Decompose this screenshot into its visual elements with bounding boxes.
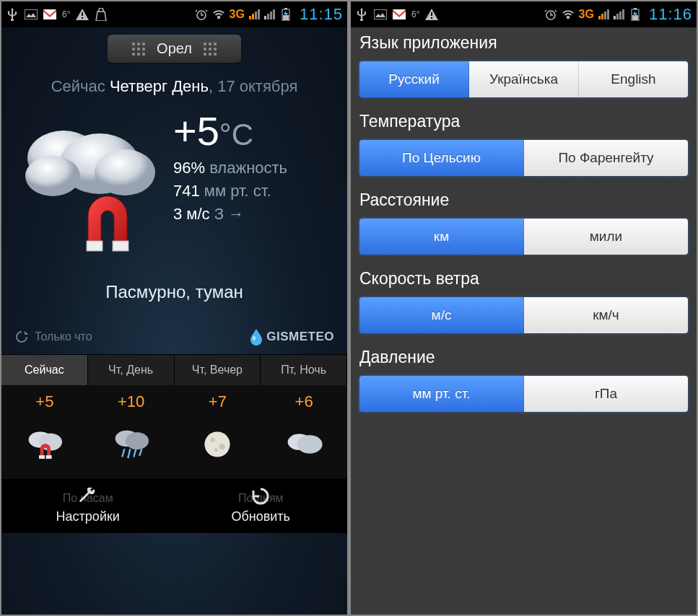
magnet-icon (75, 187, 140, 255)
svg-rect-34 (431, 17, 432, 19)
segmented-temperature: По Цельсию По Фаренгейту (359, 140, 688, 176)
status-clock: 11:15 (300, 5, 343, 24)
grip-icon (204, 43, 217, 56)
wind-option-ms[interactable]: м/с (359, 297, 524, 333)
wifi-icon (562, 8, 575, 21)
svg-rect-31 (374, 9, 387, 19)
wind-line: 3 м/с З → (173, 205, 331, 224)
segmented-wind: м/с км/ч (359, 297, 688, 333)
alarm-icon (195, 8, 208, 21)
svg-point-27 (219, 444, 225, 449)
signal-icon (249, 9, 260, 19)
tab-thu-evening[interactable]: Чт, Вечер (175, 355, 261, 385)
svg-rect-1 (43, 9, 56, 19)
svg-point-11 (25, 156, 80, 196)
status-temp: 6° (411, 9, 419, 19)
battery-icon (279, 8, 292, 21)
tab-thu-day[interactable]: Чт, День (88, 355, 175, 385)
svg-point-28 (214, 449, 218, 452)
refresh-icon (14, 330, 29, 344)
signal-icon (598, 9, 609, 19)
svg-point-25 (205, 431, 230, 457)
svg-rect-17 (39, 455, 45, 459)
forecast-icon-moon (178, 415, 258, 473)
setting-title-pressure: Давление (359, 348, 688, 367)
weather-graphic (17, 107, 169, 259)
forecast-cell[interactable]: +10 (88, 385, 175, 479)
pressure-line: 741 мм рт. ст. (173, 182, 331, 201)
forecast-cell[interactable]: +7 (175, 385, 261, 479)
svg-line-22 (128, 449, 130, 458)
svg-rect-18 (45, 455, 51, 459)
warning-icon (76, 8, 89, 21)
press-option-mmhg[interactable]: мм рт. ст. (359, 376, 524, 412)
dist-option-km[interactable]: км (359, 219, 524, 255)
forecast-tabs: Сейчас Чт, День Чт, Вечер Пт, Ночь (1, 354, 347, 385)
gmail-icon (393, 8, 406, 21)
status-bar: 6° 3G 11:15 (1, 1, 347, 27)
last-updated[interactable]: Только что (14, 330, 92, 344)
setting-title-language: Язык приложения (359, 33, 688, 53)
svg-rect-32 (393, 9, 406, 19)
brand-logo: GISMETEO (249, 328, 334, 346)
svg-point-14 (253, 336, 256, 340)
svg-point-30 (297, 435, 323, 454)
forecast-icon-cloudy-magnet (4, 415, 85, 473)
press-option-hpa[interactable]: гПа (524, 376, 688, 412)
forecast-cell[interactable]: +6 (261, 385, 347, 479)
city-selector[interactable]: Орел (108, 35, 241, 63)
setting-title-temperature: Температура (359, 112, 688, 131)
refresh-icon (178, 486, 345, 506)
temp-option-celsius[interactable]: По Цельсию (359, 140, 524, 176)
setting-title-distance: Расстояние (359, 190, 688, 210)
alarm-icon (544, 8, 557, 21)
svg-line-21 (122, 449, 124, 457)
wifi-icon (212, 8, 225, 21)
grip-icon (132, 43, 145, 56)
svg-rect-12 (87, 241, 102, 251)
segmented-distance: км мили (359, 219, 688, 255)
tab-now[interactable]: Сейчас (1, 355, 88, 385)
segmented-language: Русский Українська English (359, 61, 688, 97)
svg-line-23 (134, 449, 136, 457)
3g-icon: 3G (579, 8, 594, 21)
signal-icon-2 (614, 9, 624, 19)
svg-line-24 (139, 449, 141, 456)
lang-option-ua[interactable]: Українська (469, 61, 579, 97)
svg-point-26 (211, 437, 215, 441)
battery-icon (629, 8, 642, 21)
drop-icon (249, 328, 263, 346)
humidity-line: 96% влажность (173, 159, 331, 177)
lang-option-ru[interactable]: Русский (359, 61, 469, 97)
svg-rect-0 (25, 9, 38, 19)
svg-rect-33 (431, 12, 432, 16)
status-bar: 6° 3G 11:16 (351, 1, 697, 27)
forecast-icon-cloudy (263, 415, 344, 473)
usb-icon (355, 8, 368, 21)
status-temp: 6° (62, 9, 70, 19)
lang-option-en[interactable]: English (579, 61, 688, 97)
forecast-cell[interactable]: +5 (1, 385, 88, 479)
city-name: Орел (157, 40, 192, 57)
warning-icon (425, 8, 438, 21)
segmented-pressure: мм рт. ст. гПа (359, 376, 688, 412)
image-icon (374, 8, 387, 21)
svg-rect-6 (284, 8, 287, 9)
temp-option-fahrenheit[interactable]: По Фаренгейту (524, 140, 688, 176)
usb-icon (6, 8, 19, 21)
svg-point-20 (126, 432, 149, 449)
refresh-button[interactable]: По дням Обновить (175, 479, 348, 533)
bag-icon (95, 8, 108, 21)
tab-fri-night[interactable]: Пт, Ночь (261, 355, 347, 385)
svg-rect-2 (82, 12, 83, 16)
conditions-text: Пасмурно, туман (1, 282, 347, 302)
date-line: Сейчас Четверг День, 17 октября (1, 74, 347, 105)
settings-button[interactable]: По часам Настройки (1, 479, 175, 533)
svg-rect-37 (634, 8, 637, 9)
3g-icon: 3G (230, 8, 245, 21)
svg-rect-3 (82, 17, 83, 19)
forecast-row: +5 +10 +7 +6 (1, 385, 347, 479)
wind-option-kmh[interactable]: км/ч (524, 297, 688, 333)
setting-title-wind: Скорость ветра (359, 269, 688, 289)
dist-option-mi[interactable]: мили (524, 219, 688, 255)
